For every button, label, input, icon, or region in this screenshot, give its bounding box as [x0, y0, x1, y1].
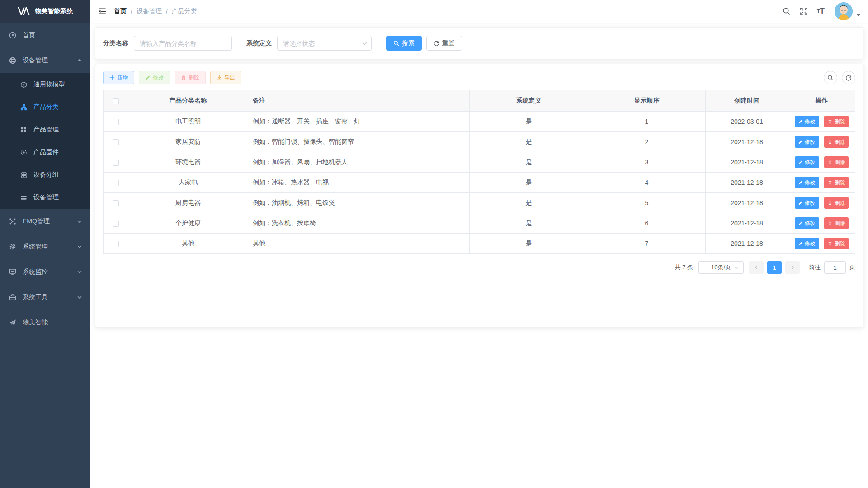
row-delete-label: 删除: [834, 199, 845, 207]
add-button[interactable]: 新增: [103, 71, 134, 84]
page-number-1[interactable]: 1: [767, 261, 782, 274]
row-checkbox[interactable]: [113, 200, 119, 206]
row-delete-label: 删除: [834, 159, 845, 166]
row-checkbox[interactable]: [113, 221, 119, 227]
sidebar-menu: 首页 设备管理 通用物模型: [0, 23, 90, 335]
sidebar-item-product-firmware[interactable]: 产品固件: [0, 141, 90, 164]
prev-page-button[interactable]: [749, 261, 764, 274]
row-edit-button[interactable]: 修改: [795, 116, 819, 127]
sidebar-item-product-category[interactable]: 产品分类: [0, 96, 90, 118]
font-size-icon[interactable]: TT: [817, 7, 825, 16]
row-checkbox[interactable]: [113, 180, 119, 186]
chevron-down-icon: [77, 219, 82, 224]
sidebar-item-wumei-smart[interactable]: 物美智能: [0, 310, 90, 335]
header-name: 产品分类名称: [128, 90, 248, 112]
sidebar-item-system-tools[interactable]: 系统工具: [0, 285, 90, 310]
row-delete-button[interactable]: 删除: [824, 197, 849, 209]
row-checkbox-cell: [104, 213, 128, 234]
row-checkbox[interactable]: [113, 241, 119, 247]
sidebar-item-device-group[interactable]: 设备分组: [0, 164, 90, 186]
category-name-input[interactable]: [134, 36, 232, 51]
sidebar-item-emq[interactable]: EMQ管理: [0, 209, 90, 234]
search-icon[interactable]: [783, 7, 791, 15]
next-page-button[interactable]: [785, 261, 800, 274]
row-checkbox[interactable]: [113, 119, 119, 125]
export-button[interactable]: 导出: [210, 71, 241, 84]
row-edit-button[interactable]: 修改: [795, 136, 819, 148]
sidebar-item-thing-model[interactable]: 通用物模型: [0, 73, 90, 96]
page-size-select[interactable]: 10条/页: [698, 261, 744, 274]
header-system-defined: 系统定义: [470, 90, 588, 112]
row-checkbox[interactable]: [113, 160, 119, 166]
row-delete-button[interactable]: 删除: [824, 136, 849, 148]
cell-display-order: 6: [588, 213, 706, 234]
cell-created-time: 2021-12-18: [706, 193, 788, 213]
goto-page-input[interactable]: [824, 261, 846, 274]
table-body: 电工照明 例如：通断器、开关、插座、窗帘、灯 是 1 2022-03-01 修改…: [104, 112, 855, 254]
toggle-search-icon[interactable]: [824, 71, 837, 84]
row-checkbox-cell: [104, 132, 128, 152]
sidebar-item-label: 系统工具: [23, 293, 48, 301]
cell-actions: 修改 删除: [788, 152, 855, 173]
cell-remark: 例如：冰箱、热水器、电视: [248, 173, 470, 193]
toolbox-icon: [9, 294, 16, 301]
system-defined-select-input[interactable]: [277, 36, 372, 51]
row-edit-button[interactable]: 修改: [795, 177, 819, 188]
app-logo[interactable]: 物美智能系统: [0, 0, 90, 23]
row-edit-button[interactable]: 修改: [795, 217, 819, 229]
edit-button[interactable]: 修改: [139, 71, 170, 84]
row-edit-button[interactable]: 修改: [795, 197, 819, 209]
cell-system-defined: 是: [470, 173, 588, 193]
sidebar-item-label: 产品分类: [33, 103, 59, 111]
sidebar-item-system-monitor[interactable]: 系统监控: [0, 259, 90, 285]
refresh-icon[interactable]: [842, 71, 855, 84]
row-delete-button[interactable]: 删除: [824, 116, 849, 127]
row-checkbox-cell: [104, 152, 128, 173]
delete-button[interactable]: 删除: [175, 71, 206, 84]
row-checkbox-cell: [104, 112, 128, 132]
group-icon: [20, 171, 27, 178]
cell-category-name: 个护健康: [128, 213, 248, 234]
paper-plane-icon: [9, 319, 16, 326]
row-delete-button[interactable]: 删除: [824, 156, 849, 168]
cell-category-name: 环境电器: [128, 152, 248, 173]
sidebar-item-product-management[interactable]: 产品管理: [0, 118, 90, 141]
sidebar-item-label: 系统监控: [23, 268, 48, 276]
reset-button[interactable]: 重置: [426, 36, 462, 51]
cell-created-time: 2021-12-18: [706, 173, 788, 193]
monitor-icon: [9, 268, 16, 276]
row-checkbox[interactable]: [113, 139, 119, 145]
sidebar-collapse-icon[interactable]: [98, 7, 107, 16]
sidebar-item-system-management[interactable]: 系统管理: [0, 234, 90, 259]
sidebar-item-device-manage[interactable]: 设备管理: [0, 186, 90, 209]
navbar-tools: TT: [774, 2, 861, 20]
row-delete-button[interactable]: 删除: [824, 238, 849, 249]
header-checkbox-cell: [104, 90, 128, 112]
row-delete-button[interactable]: 删除: [824, 177, 849, 188]
avatar[interactable]: [835, 2, 853, 20]
row-delete-button[interactable]: 删除: [824, 217, 849, 229]
breadcrumb-separator: /: [131, 8, 132, 15]
cell-system-defined: 是: [470, 234, 588, 254]
search-button[interactable]: 搜索: [386, 36, 422, 51]
row-edit-button[interactable]: 修改: [795, 238, 819, 249]
cell-display-order: 4: [588, 173, 706, 193]
breadcrumb-home[interactable]: 首页: [114, 7, 127, 15]
row-edit-button[interactable]: 修改: [795, 156, 819, 168]
gear-icon: [9, 243, 16, 250]
row-delete-label: 删除: [834, 138, 845, 146]
cell-system-defined: 是: [470, 132, 588, 152]
row-edit-label: 修改: [805, 118, 816, 126]
sidebar-item-label: 系统管理: [23, 243, 48, 251]
sidebar-item-device-management[interactable]: 设备管理: [0, 48, 90, 73]
pagination: 共 7 条 10条/页 1 前往 页: [103, 261, 855, 274]
sidebar-item-home[interactable]: 首页: [0, 23, 90, 48]
cell-system-defined: 是: [470, 112, 588, 132]
export-button-label: 导出: [224, 74, 235, 82]
select-all-checkbox[interactable]: [113, 98, 119, 104]
fullscreen-icon[interactable]: [800, 7, 808, 15]
cell-actions: 修改 删除: [788, 112, 855, 132]
system-defined-select[interactable]: [277, 36, 372, 51]
delete-button-label: 删除: [189, 74, 199, 82]
user-menu[interactable]: [835, 2, 861, 20]
